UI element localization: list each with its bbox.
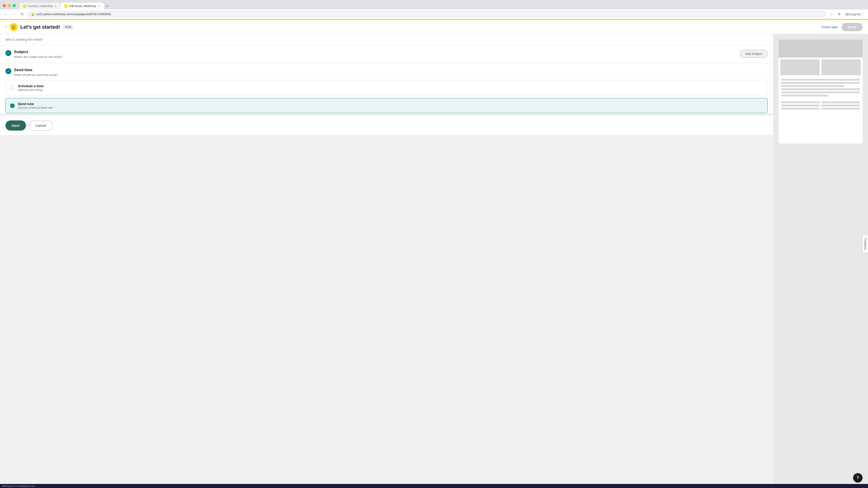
schedule-option-text: Schedule a time Optimize your timing: [18, 84, 43, 92]
preview-two-col-lines: [778, 100, 863, 113]
menu-button[interactable]: ⋮: [859, 11, 865, 18]
preview-line: [781, 105, 819, 106]
browser-chrome: Success | Mailchimp ✕ Edit Email | Mailc…: [0, 0, 868, 19]
lock-icon: 🔒: [31, 13, 34, 16]
header-right: Finish later Send: [822, 23, 863, 31]
browser-tab-1[interactable]: Success | Mailchimp ✕: [20, 3, 60, 9]
preview-col-block-1: [780, 59, 819, 75]
feedback-tab[interactable]: Feedback: [863, 235, 868, 253]
app-back-button[interactable]: ‹: [5, 25, 7, 29]
browser-titlebar: Success | Mailchimp ✕ Edit Email | Mailc…: [0, 0, 868, 9]
url-text: us21.admin.mailchimp.com/campaigns/edit?…: [36, 12, 111, 16]
subject-description: What's the subject line for this email?: [14, 55, 62, 59]
feedback-label: Feedback: [864, 238, 867, 250]
schedule-label: Schedule a time: [18, 84, 43, 88]
app-title: Let's get started!: [20, 24, 60, 30]
sendtime-description: When should we send this email?: [14, 73, 58, 76]
send-now-option[interactable]: Send now Get your email out there now: [5, 98, 768, 113]
tab-favicon-1: [23, 4, 26, 8]
finish-later-button[interactable]: Finish later: [822, 25, 838, 29]
help-button[interactable]: ?: [853, 473, 863, 483]
tab-title-2: Edit Email | Mailchimp: [69, 4, 96, 8]
draft-badge: Draft: [63, 25, 73, 29]
tab-close-2[interactable]: ✕: [98, 4, 100, 8]
email-preview: [778, 39, 863, 143]
window-close-button[interactable]: [3, 4, 6, 7]
preview-col-lines-1: [781, 101, 819, 111]
preview-two-col: [778, 58, 863, 77]
preview-line: [781, 79, 860, 80]
back-nav-button[interactable]: ←: [3, 11, 9, 18]
new-tab-button[interactable]: +: [104, 3, 111, 9]
preview-line: [781, 95, 829, 96]
preview-line: [822, 108, 860, 109]
schedule-option[interactable]: Schedule a time Optimize your timing: [5, 80, 768, 95]
subject-section-header: ✓ Subject What's the subject line for th…: [5, 50, 768, 59]
browser-toolbar: ← → ↻ 🔒 us21.admin.mailchimp.com/campaig…: [0, 9, 868, 19]
subject-section-left: ✓ Subject What's the subject line for th…: [5, 50, 62, 59]
send-now-sublabel: Get your email out there now: [18, 106, 53, 109]
preview-line: [781, 101, 819, 103]
cancel-button[interactable]: Cancel: [29, 121, 53, 131]
sendtime-section-left: ✓ Send time When should we send this ema…: [5, 68, 58, 76]
send-now-radio[interactable]: [10, 103, 15, 108]
sendtime-info: Send time When should we send this email…: [14, 68, 58, 76]
subject-info: Subject What's the subject line for this…: [14, 50, 62, 59]
preview-line: [822, 105, 860, 106]
window-maximize-button[interactable]: [13, 4, 16, 7]
toolbar-actions: ☆ ⧉ ⊞ Incognito ⋮: [828, 11, 865, 18]
profile-button[interactable]: Incognito: [851, 11, 858, 18]
left-panel: Who is sending this email? ✓ Subject Wha…: [0, 34, 773, 484]
tab-close-1[interactable]: ✕: [55, 4, 57, 8]
star-button[interactable]: ☆: [828, 11, 835, 18]
save-button[interactable]: Save: [5, 121, 26, 131]
preview-hero-block: [778, 39, 863, 58]
send-now-label: Send now: [18, 102, 53, 106]
app-logo: 🐒: [9, 23, 18, 31]
action-buttons: Save Cancel: [0, 116, 773, 135]
header-left: ‹ 🐒 Let's get started! Draft: [5, 23, 73, 31]
sendtime-title: Send time: [14, 68, 58, 72]
sender-section: Who is sending this email?: [0, 34, 773, 45]
schedule-sublabel: Optimize your timing: [18, 88, 43, 92]
split-button[interactable]: ⧉: [836, 11, 842, 18]
preview-line: [781, 85, 844, 87]
sendtime-check-icon: ✓: [5, 68, 11, 74]
preview-line: [781, 88, 860, 90]
add-subject-button[interactable]: Add Subject: [740, 50, 768, 58]
subject-title: Subject: [14, 50, 62, 54]
address-bar[interactable]: 🔒 us21.admin.mailchimp.com/campaigns/edi…: [27, 11, 827, 18]
preview-line: [822, 101, 860, 103]
preview-line: [781, 82, 860, 84]
main-layout: Who is sending this email? ✓ Subject Wha…: [0, 34, 868, 484]
app-header: ‹ 🐒 Let's get started! Draft Finish late…: [0, 20, 868, 34]
preview-lines-1: [778, 77, 863, 100]
send-now-option-text: Send now Get your email out there now: [18, 102, 53, 109]
send-button[interactable]: Send: [842, 23, 863, 31]
refresh-nav-button[interactable]: ↻: [19, 11, 25, 18]
radio-options: Schedule a time Optimize your timing Sen…: [5, 80, 768, 113]
tab-title-1: Success | Mailchimp: [28, 4, 53, 8]
preview-col-lines-2: [822, 101, 860, 111]
logo-emoji: 🐒: [11, 25, 16, 30]
sender-question: Who is sending this email?: [5, 38, 43, 41]
tabs-bar: Success | Mailchimp ✕ Edit Email | Mailc…: [18, 3, 112, 9]
preview-col-block-2: [822, 59, 861, 75]
window-controls: [3, 4, 16, 7]
forward-nav-button[interactable]: →: [11, 11, 17, 18]
subject-check-icon: ✓: [5, 50, 11, 56]
schedule-radio[interactable]: [10, 86, 15, 90]
sendtime-section: ✓ Send time When should we send this ema…: [0, 63, 773, 113]
browser-tab-2[interactable]: Edit Email | Mailchimp ✕: [61, 3, 104, 9]
right-panel: [773, 34, 868, 484]
preview-line: [781, 92, 860, 93]
window-minimize-button[interactable]: [8, 4, 11, 7]
tab-favicon-2: [64, 4, 68, 8]
preview-line: [781, 108, 819, 109]
subject-section: ✓ Subject What's the subject line for th…: [0, 45, 773, 63]
sendtime-section-header: ✓ Send time When should we send this ema…: [5, 68, 768, 76]
